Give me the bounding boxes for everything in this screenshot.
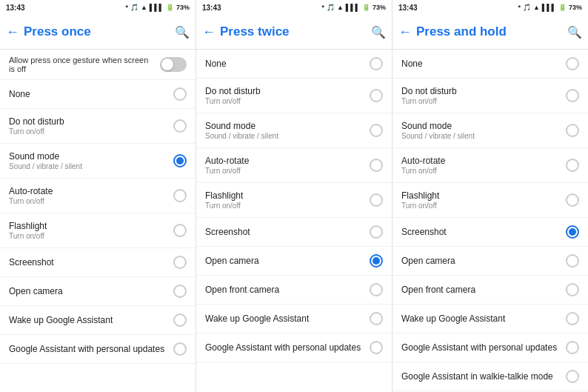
option-text: Google Assistant with personal updates [9, 344, 173, 354]
bluetooth-icon: * [125, 4, 128, 11]
radio-button[interactable] [370, 193, 383, 207]
radio-button[interactable] [370, 341, 383, 354]
radio-button[interactable] [370, 89, 383, 102]
option-text: FlashlightTurn on/off [9, 221, 173, 240]
option-item[interactable]: FlashlightTurn on/off [0, 213, 196, 248]
radio-button[interactable] [370, 283, 383, 296]
option-item[interactable]: Auto-rotateTurn on/off [392, 148, 588, 183]
radio-button[interactable] [173, 224, 187, 237]
option-label: Flashlight [401, 190, 566, 201]
option-item[interactable]: Screenshot [196, 218, 392, 247]
radio-button[interactable] [566, 312, 579, 325]
radio-button[interactable] [566, 254, 579, 268]
toggle-switch[interactable] [160, 57, 187, 72]
option-item[interactable]: None [196, 50, 392, 79]
radio-button[interactable] [173, 119, 187, 133]
options-list: NoneDo not disturbTurn on/offSound modeS… [196, 50, 392, 392]
option-sublabel: Turn on/off [205, 202, 370, 210]
radio-button[interactable] [173, 189, 187, 202]
option-item[interactable]: Google Assistant with personal updates [392, 333, 588, 362]
signal-icon: ▌▌▌ [542, 4, 556, 11]
back-button[interactable]: ← [202, 24, 216, 40]
option-text: Screenshot [401, 227, 566, 237]
search-icon[interactable]: 🔍 [567, 25, 582, 39]
radio-button[interactable] [173, 256, 187, 269]
radio-button[interactable] [370, 159, 383, 172]
option-item[interactable]: Wake up Google Assistant [392, 305, 588, 333]
option-item[interactable]: None [0, 80, 196, 109]
radio-button[interactable] [173, 313, 187, 327]
status-bar: 13:43 * 🎵 ▲ ▌▌▌ 🔋 73% [196, 0, 392, 15]
option-item[interactable]: Do not disturbTurn on/off [392, 79, 588, 113]
option-item[interactable]: Screenshot [0, 248, 196, 277]
radio-button[interactable] [566, 159, 579, 172]
option-item[interactable]: FlashlightTurn on/off [392, 183, 588, 218]
page-title: Press once [24, 24, 170, 39]
option-item[interactable]: FlashlightTurn on/off [196, 183, 392, 218]
headphone-icon: 🎵 [327, 4, 335, 11]
radio-button[interactable] [566, 124, 579, 137]
option-text: Open front camera [401, 285, 566, 295]
option-text: Google Assistant with personal updates [401, 342, 566, 353]
option-item[interactable]: Open front camera [196, 276, 392, 305]
option-item[interactable]: Open camera [0, 277, 196, 306]
radio-button[interactable] [173, 285, 187, 298]
option-item[interactable]: Auto-rotateTurn on/off [196, 148, 392, 183]
radio-button[interactable] [566, 370, 579, 383]
option-item[interactable]: Sound modeSound / vibrate / silent [196, 113, 392, 148]
option-sublabel: Turn on/off [401, 167, 566, 175]
option-text: Open camera [9, 286, 173, 296]
option-item[interactable]: Open camera [196, 247, 392, 276]
option-item[interactable]: Google Assistant with personal updates [196, 333, 392, 362]
option-text: Open camera [401, 256, 566, 266]
option-text: Screenshot [9, 257, 173, 268]
radio-button[interactable] [370, 57, 383, 70]
option-label: Flashlight [9, 221, 173, 231]
option-label: Auto-rotate [205, 156, 370, 166]
option-item[interactable]: Wake up Google Assistant [0, 306, 196, 335]
option-item[interactable]: Sound modeSound / vibrate / silent [392, 113, 588, 148]
wifi-icon: ▲ [533, 4, 540, 11]
wifi-icon: ▲ [141, 4, 147, 11]
status-icons: * 🎵 ▲ ▌▌▌ 🔋 73% [321, 4, 386, 11]
radio-button[interactable] [566, 283, 579, 296]
option-item[interactable]: Google Assistant in walkie-talkie mode [392, 362, 588, 391]
option-label: Flashlight [205, 190, 370, 201]
option-label: None [9, 89, 173, 99]
radio-button[interactable] [370, 312, 383, 325]
radio-button[interactable] [566, 341, 579, 354]
search-icon[interactable]: 🔍 [175, 25, 190, 39]
option-item[interactable]: Wake up Google Assistant [196, 305, 392, 333]
option-label: Auto-rotate [9, 186, 173, 196]
radio-button[interactable] [566, 225, 579, 239]
radio-button[interactable] [566, 89, 579, 102]
option-item[interactable]: Open front camera [392, 276, 588, 305]
option-item[interactable]: Do not disturbTurn on/off [0, 109, 196, 144]
option-item[interactable]: Do not disturbTurn on/off [196, 79, 392, 113]
radio-button[interactable] [173, 154, 187, 167]
back-button[interactable]: ← [6, 24, 19, 40]
option-item[interactable]: Sound modeSound / vibrate / silent [0, 144, 196, 179]
radio-button[interactable] [566, 57, 579, 70]
options-list: NoneDo not disturbTurn on/offSound modeS… [0, 80, 196, 392]
radio-button[interactable] [566, 193, 579, 207]
option-label: Do not disturb [9, 116, 173, 127]
radio-button[interactable] [173, 87, 187, 101]
option-item[interactable]: Screenshot [392, 218, 588, 247]
panel-press-once: 13:43 * 🎵 ▲ ▌▌▌ 🔋 73% ← Press once 🔍 All… [0, 0, 196, 392]
back-button[interactable]: ← [398, 24, 412, 40]
option-text: Wake up Google Assistant [9, 315, 173, 325]
radio-button[interactable] [370, 254, 383, 268]
search-icon[interactable]: 🔍 [371, 25, 386, 39]
option-sublabel: Turn on/off [205, 97, 370, 105]
option-item[interactable]: None [392, 50, 588, 79]
radio-button[interactable] [370, 225, 383, 239]
option-label: Wake up Google Assistant [9, 315, 173, 325]
option-item[interactable]: Auto-rotateTurn on/off [0, 179, 196, 213]
radio-button[interactable] [173, 342, 187, 356]
radio-button[interactable] [370, 124, 383, 137]
option-item[interactable]: Open camera [392, 247, 588, 276]
option-sublabel: Turn on/off [9, 127, 173, 136]
battery-icon: 🔋 [362, 4, 370, 11]
option-item[interactable]: Google Assistant with personal updates [0, 335, 196, 364]
